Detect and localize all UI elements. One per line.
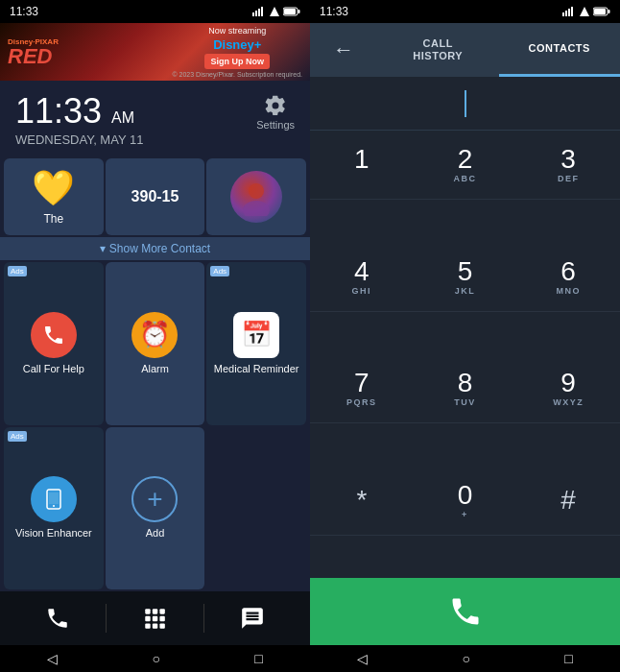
clock-display: 11:33 AM WEDNESDAY, MAY 11 [15, 94, 143, 147]
signal-icon [270, 7, 279, 16]
dialer-input-area[interactable] [310, 77, 620, 131]
contact-card-avatar[interactable] [206, 158, 306, 235]
app-medical-reminder[interactable]: Ads 📅 Medical Reminder [206, 262, 306, 425]
key-hash[interactable]: # [516, 467, 620, 536]
avatar [230, 171, 282, 223]
now-streaming-text: Now streaming [208, 26, 266, 36]
show-more-bar[interactable]: ▾ Show More Contact [0, 237, 310, 260]
grid-nav-icon [142, 606, 167, 631]
svg-marker-26 [580, 7, 589, 16]
left-time: 11:33 [10, 5, 38, 18]
svg-rect-25 [571, 7, 573, 16]
recents-sys-btn[interactable]: □ [254, 651, 262, 666]
medical-reminder-label: Medical Reminder [214, 363, 299, 375]
key-9[interactable]: 9 WXYZ [516, 354, 620, 423]
left-panel: 11:33 Disney·PIXAR RED Now streaming Dis… [0, 0, 310, 672]
svg-rect-11 [49, 492, 59, 504]
dialer-home-sys-btn[interactable]: ○ [463, 651, 470, 666]
left-status-bar: 11:33 [0, 0, 310, 23]
gear-icon [264, 94, 287, 117]
contact-number-value: 390-15 [131, 188, 179, 205]
dialer-status-icons [562, 7, 610, 16]
contacts-row: 💛 The 390-15 [0, 156, 310, 237]
svg-rect-16 [146, 616, 151, 621]
movie-logo: Disney·PIXAR RED [8, 37, 59, 67]
svg-marker-4 [270, 7, 279, 16]
call-button-icon [448, 594, 483, 629]
dialer-tab-contacts[interactable]: CONTACTS [499, 23, 621, 77]
dialer-header: ← CALLHISTORY CONTACTS [310, 23, 620, 77]
key-star[interactable]: * [310, 467, 414, 536]
svg-rect-1 [255, 11, 257, 16]
grid-nav-button[interactable] [107, 606, 203, 631]
svg-point-9 [243, 201, 270, 216]
home-sys-btn[interactable]: ○ [153, 651, 160, 666]
add-icon: + [131, 476, 178, 522]
svg-rect-24 [568, 9, 570, 16]
key-6[interactable]: 6 MNO [516, 243, 620, 312]
dialer-time: 11:33 [320, 5, 348, 18]
svg-rect-6 [298, 10, 300, 13]
messages-nav-icon [240, 606, 265, 631]
ads-badge-call: Ads [8, 266, 27, 276]
contact-card-heart[interactable]: 💛 The [4, 158, 104, 235]
svg-rect-14 [153, 609, 157, 613]
dialer-back-sys-btn[interactable]: ◁ [357, 651, 368, 666]
key-5[interactable]: 5 JKL [414, 243, 517, 312]
heart-icon: 💛 [32, 168, 75, 208]
svg-rect-7 [284, 9, 296, 14]
settings-label: Settings [256, 119, 295, 131]
ad-banner[interactable]: Disney·PIXAR RED Now streaming Disney+ S… [0, 23, 310, 81]
app-call-for-help[interactable]: Ads Call For Help [4, 262, 104, 425]
dialer-back-button[interactable]: ← [310, 23, 377, 77]
battery-icon [283, 7, 300, 16]
contact-heart-label: The [43, 212, 63, 226]
messages-nav-button[interactable] [204, 606, 300, 631]
dialer-battery-icon [593, 7, 610, 16]
person-silhouette [237, 178, 275, 216]
sign-up-button[interactable]: Sign Up Now [204, 54, 270, 69]
phone-nav-button[interactable] [10, 606, 106, 631]
phone-icon [42, 324, 65, 347]
settings-button[interactable]: Settings [256, 94, 295, 131]
app-vision-enhancer[interactable]: Ads Vision Enhancer [4, 427, 104, 590]
svg-rect-28 [608, 10, 610, 13]
add-label: Add [146, 527, 165, 540]
wifi-icon [252, 7, 266, 16]
call-for-help-label: Call For Help [23, 363, 84, 375]
dialer-cursor [465, 90, 466, 117]
app-add[interactable]: + Add [106, 427, 205, 590]
svg-rect-19 [146, 623, 151, 628]
clock-time: 11:33 AM [15, 94, 143, 129]
key-4[interactable]: 4 GHI [310, 243, 414, 312]
call-for-help-icon [31, 312, 77, 358]
contact-card-number[interactable]: 390-15 [106, 158, 205, 235]
ad-disclaimer: © 2023 Disney/Pixar. Subscription requir… [172, 71, 302, 78]
svg-rect-22 [562, 12, 564, 16]
key-3[interactable]: 3 DEF [516, 131, 620, 200]
dialer-recents-sys-btn[interactable]: □ [564, 651, 572, 666]
call-button-bar[interactable] [310, 578, 620, 645]
streaming-service: Disney+ [213, 37, 261, 52]
key-7[interactable]: 7 PQRS [310, 354, 414, 423]
key-2[interactable]: 2 ABC [414, 131, 517, 200]
svg-rect-13 [146, 609, 151, 613]
ad-cta-area: Now streaming Disney+ Sign Up Now © 2023… [172, 26, 302, 78]
key-0[interactable]: 0 + [414, 467, 517, 536]
dialer-tab-call-history[interactable]: CALLHISTORY [377, 23, 499, 77]
back-sys-btn[interactable]: ◁ [47, 651, 58, 666]
key-1[interactable]: 1 [310, 131, 414, 200]
chevron-down-icon: ▾ [100, 242, 106, 255]
dialer-system-nav: ◁ ○ □ [310, 645, 620, 672]
dialer-wifi-icon [562, 7, 576, 16]
left-system-nav: ◁ ○ □ [0, 645, 310, 672]
bottom-nav [0, 591, 310, 645]
clock-date: WEDNESDAY, MAY 11 [15, 132, 143, 147]
svg-rect-20 [153, 623, 157, 628]
app-alarm[interactable]: ⏰ Alarm [106, 262, 205, 425]
phone-nav-icon [45, 606, 70, 631]
key-8[interactable]: 8 TUV [414, 354, 517, 423]
avatar-image [230, 171, 282, 223]
svg-rect-21 [160, 623, 165, 628]
svg-point-12 [53, 505, 55, 507]
